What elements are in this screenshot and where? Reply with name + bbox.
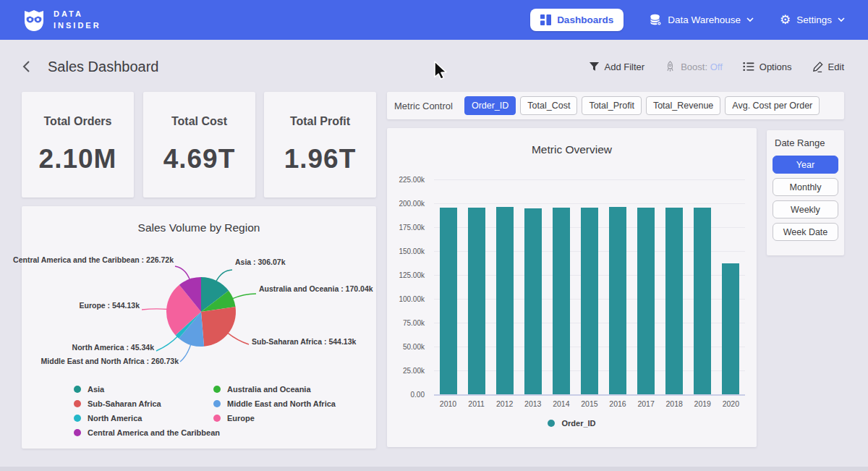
y-tick-label: 100.00k: [387, 295, 425, 303]
owl-logo-icon: [22, 8, 46, 33]
date-range-options: YearMonthlyWeeklyWeek Date: [773, 156, 838, 241]
kpi-label: Total Orders: [44, 115, 112, 128]
kpi-card-total-cost: Total Cost 4.69T: [143, 92, 255, 198]
date-range-panel: Date Range YearMonthlyWeeklyWeek Date: [767, 130, 844, 255]
bar-2013: [524, 208, 542, 395]
legend-dot: [74, 386, 81, 393]
pie-legend-column-2: Australia and OceaniaMiddle East and Nor…: [213, 385, 336, 423]
metric-chip-order-id[interactable]: Order_ID: [464, 96, 516, 115]
metric-chip-group: Order_IDTotal_CostTotal_ProfitTotal_Reve…: [460, 96, 820, 115]
bar-2016: [609, 207, 626, 394]
chevron-down-icon: [746, 17, 754, 22]
pie-legend-item-1[interactable]: Australia and Oceania: [213, 385, 336, 394]
pie-legend-item-0[interactable]: Asia: [74, 385, 220, 394]
bar-2011: [468, 208, 485, 394]
legend-label: Asia: [88, 385, 104, 394]
pie-label-5: Europe : 544.13k: [80, 301, 140, 310]
x-tick-label: 2020: [717, 399, 745, 408]
pie-label-0: Asia : 306.07k: [235, 258, 285, 266]
brand-line-1: DATA: [54, 9, 101, 20]
bar-2014: [553, 208, 570, 394]
pie-legend-item-6[interactable]: Central America and the Caribbean: [74, 428, 220, 437]
legend-label: Middle East and North Africa: [227, 399, 336, 408]
kpi-card-total-profit: Total Profit 1.96T: [264, 92, 376, 198]
legend-dot: [213, 400, 221, 407]
kpi-value: 1.96T: [284, 144, 357, 174]
kpi-label: Total Cost: [171, 115, 227, 128]
date-range-week-date-button[interactable]: Week Date: [773, 223, 838, 241]
pie-label-3: Middle East and North Africa : 260.73k: [41, 357, 179, 365]
date-range-year-button[interactable]: Year: [773, 156, 838, 174]
chevron-down-icon: [838, 17, 845, 22]
pie-chart-card: Sales Volume by Region Asia : 306.07kAus…: [22, 206, 376, 449]
date-range-weekly-button[interactable]: Weekly: [773, 200, 838, 218]
pie-legend-item-3[interactable]: Middle East and North Africa: [213, 399, 336, 408]
boost-label: Boost:: [681, 61, 707, 72]
date-range-monthly-button[interactable]: Monthly: [773, 178, 838, 196]
filter-funnel-icon: [589, 61, 600, 72]
x-tick-label: 2017: [632, 399, 660, 408]
bar-2017: [637, 208, 655, 394]
y-tick-label: 50.00k: [387, 343, 425, 351]
x-tick-label: 2012: [490, 399, 519, 408]
legend-dot: [74, 415, 81, 422]
nav-settings-menu[interactable]: ⚙ Settings: [780, 14, 845, 26]
metric-chip-total-profit[interactable]: Total_Profit: [582, 96, 642, 115]
y-tick-label: 75.00k: [387, 319, 425, 327]
bar-2010: [440, 208, 457, 394]
pie-legend-item-4[interactable]: North America: [74, 414, 220, 423]
x-tick-label: 2014: [547, 399, 575, 408]
boost-toggle[interactable]: Boost: Off: [665, 61, 723, 72]
pie-legend-item-5[interactable]: Europe: [213, 414, 336, 423]
edit-button[interactable]: Edit: [812, 61, 844, 72]
brand-line-2: INSIDER: [54, 20, 101, 32]
legend-dot: [213, 386, 221, 393]
bar-2020: [722, 263, 739, 394]
metric-chip-avg-cost-per-order[interactable]: Avg. Cost per Order: [725, 96, 820, 115]
nav-dashboards-button[interactable]: Dashboards: [530, 9, 624, 31]
x-tick-label: 2016: [604, 399, 632, 408]
nav-actions: Dashboards Data Warehouse: [530, 0, 845, 40]
metric-control-label: Metric Control: [394, 101, 453, 111]
nav-data-warehouse-menu[interactable]: Data Warehouse: [650, 14, 754, 26]
page-title: Sales Dashboard: [48, 59, 158, 75]
kpi-value: 2.10M: [39, 144, 117, 174]
x-tick-label: 2011: [462, 399, 490, 408]
options-label: Options: [760, 61, 792, 72]
kpi-card-total-orders: Total Orders 2.10M: [22, 92, 134, 198]
metric-chip-total-revenue[interactable]: Total_Revenue: [646, 96, 720, 115]
back-button[interactable]: [22, 60, 30, 73]
list-options-icon: [743, 61, 754, 72]
legend-label: Europe: [227, 414, 255, 423]
nav-dashboards-label: Dashboards: [557, 14, 613, 25]
add-filter-label: Add Filter: [605, 61, 645, 72]
legend-label: Central America and the Caribbean: [88, 428, 220, 437]
options-button[interactable]: Options: [743, 61, 792, 72]
bar-chart-legend: Order_ID: [387, 419, 757, 428]
add-filter-button[interactable]: Add Filter: [589, 61, 645, 72]
header-actions: Add Filter Boost: Off: [589, 61, 844, 72]
y-tick-label: 225.00k: [387, 176, 425, 184]
dashboard-grid-icon: [540, 14, 551, 25]
sales-dashboard-screen: DATA INSIDER Dashboards: [0, 0, 868, 471]
rocket-icon: [665, 61, 676, 72]
bar-2018: [665, 208, 683, 394]
x-tick-label: 2010: [434, 399, 462, 408]
metric-chip-total-cost[interactable]: Total_Cost: [520, 96, 577, 115]
database-icon: [650, 14, 662, 26]
gear-icon: ⚙: [780, 14, 791, 26]
legend-dot: [548, 420, 555, 427]
bar-chart-plot: [434, 179, 745, 394]
bar-chart-x-axis: 2010201120122013201420152016201720182019…: [434, 399, 745, 408]
y-tick-label: 0.00: [387, 391, 425, 399]
legend-item-order-id[interactable]: Order_ID: [548, 419, 595, 428]
metric-control-bar: Metric Control Order_IDTotal_CostTotal_P…: [387, 92, 844, 119]
legend-label: Australia and Oceania: [227, 385, 311, 394]
y-tick-label: 200.00k: [387, 200, 425, 208]
date-range-label: Date Range: [775, 137, 838, 148]
pie-legend-item-2[interactable]: Sub-Saharan Africa: [74, 399, 220, 408]
app-logo[interactable]: DATA INSIDER: [22, 8, 101, 33]
legend-dot: [213, 415, 221, 422]
bar-2012: [496, 207, 514, 394]
bar-chart-title: Metric Overview: [387, 143, 757, 156]
